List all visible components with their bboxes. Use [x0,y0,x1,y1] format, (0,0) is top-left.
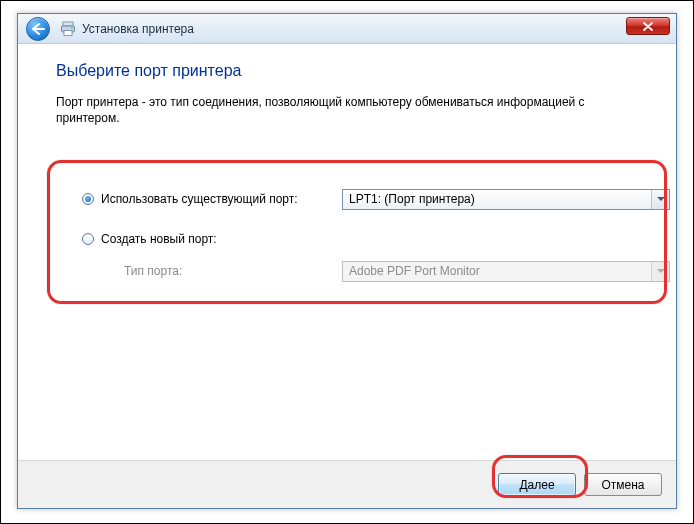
svg-point-3 [71,27,73,29]
next-button[interactable]: Далее [498,473,576,496]
radio-icon [82,193,94,205]
radio-existing-label: Использовать существующий порт: [101,192,298,206]
port-select-value: LPT1: (Порт принтера) [349,192,475,206]
port-type-value: Adobe PDF Port Monitor [349,264,480,278]
dialog-window: Установка принтера Выберите порт принтер… [17,13,677,509]
port-select[interactable]: LPT1: (Порт принтера) [342,189,670,210]
canvas: Установка принтера Выберите порт принтер… [0,0,694,524]
dropdown-arrow-icon [651,190,669,209]
printer-icon [60,21,76,37]
close-button[interactable] [626,17,670,35]
dropdown-arrow-icon [651,262,669,281]
row-existing-port: Использовать существующий порт: LPT1: (П… [82,188,670,210]
page-description: Порт принтера - это тип соединения, позв… [56,94,638,126]
row-port-type: Тип порта: Adobe PDF Port Monitor [124,260,670,282]
radio-new-port[interactable]: Создать новый порт: [82,232,342,246]
radio-new-label: Создать новый порт: [101,232,217,246]
port-type-label: Тип порта: [124,264,342,278]
port-type-select: Adobe PDF Port Monitor [342,261,670,282]
radio-existing-port[interactable]: Использовать существующий порт: [82,192,342,206]
port-form: Использовать существующий порт: LPT1: (П… [82,188,670,300]
titlebar-text: Установка принтера [82,22,194,36]
svg-rect-2 [64,30,72,35]
cancel-button-label: Отмена [601,478,644,492]
cancel-button[interactable]: Отмена [584,473,662,496]
next-button-label: Далее [519,478,554,492]
radio-icon [82,233,94,245]
svg-rect-0 [63,22,73,26]
page-heading: Выберите порт принтера [56,62,638,80]
dialog-footer: Далее Отмена [18,460,676,508]
titlebar: Установка принтера [18,14,676,44]
row-new-port: Создать новый порт: [82,228,670,250]
back-button[interactable] [26,17,50,41]
